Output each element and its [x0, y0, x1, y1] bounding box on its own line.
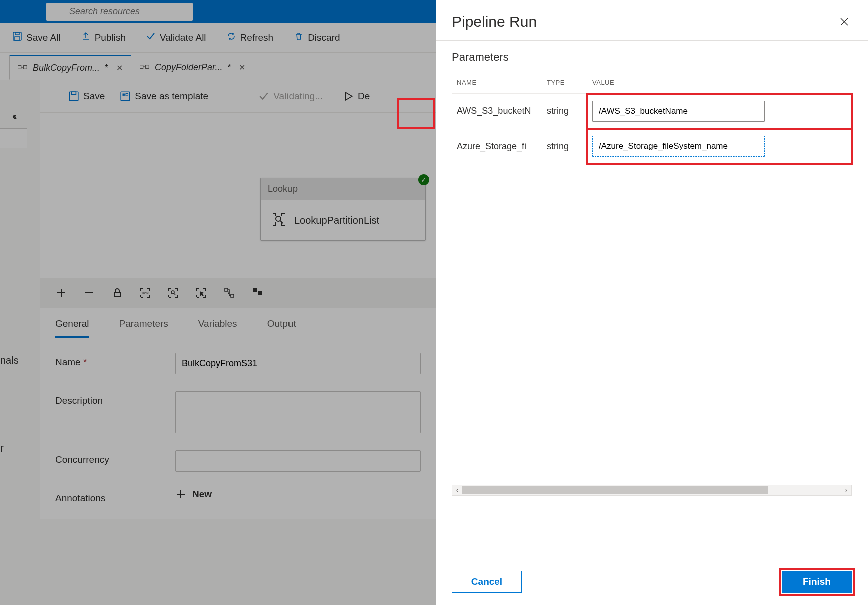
- annotations-label: Annotations: [55, 489, 175, 504]
- svg-rect-5: [18, 65, 21, 69]
- canvas-toolbar: Save Save as template Validating... De: [40, 80, 436, 113]
- finish-button[interactable]: Finish: [782, 571, 852, 593]
- panel-title: Pipeline Run: [452, 13, 537, 30]
- tab-parameters-detail[interactable]: Parameters: [119, 318, 168, 338]
- close-icon[interactable]: ✕: [239, 63, 245, 72]
- add-annotation-button[interactable]: New: [175, 489, 421, 500]
- pipeline-run-panel: Pipeline Run Parameters NAME TYPE VALUE …: [436, 0, 868, 605]
- param-name: Azure_Storage_fi: [452, 129, 542, 164]
- name-input[interactable]: [175, 353, 421, 374]
- refresh-button[interactable]: Refresh: [226, 31, 274, 44]
- svg-rect-11: [69, 92, 78, 101]
- auto-align-icon[interactable]: [223, 287, 235, 299]
- zoom-out-icon[interactable]: [83, 287, 95, 299]
- new-label: New: [192, 489, 212, 500]
- debug-button[interactable]: De: [343, 91, 370, 102]
- svg-rect-29: [258, 291, 262, 295]
- description-input[interactable]: [175, 391, 421, 433]
- save-all-button[interactable]: Save All: [12, 31, 61, 44]
- save-as-template-button[interactable]: Save as template: [120, 91, 208, 102]
- close-icon[interactable]: ✕: [116, 63, 123, 73]
- parameters-table: NAME TYPE VALUE AWS_S3_bucketN string Az…: [452, 73, 852, 164]
- cancel-button[interactable]: Cancel: [452, 571, 522, 593]
- svg-rect-28: [253, 288, 257, 292]
- tab-variables[interactable]: Variables: [198, 318, 237, 338]
- concurrency-input[interactable]: [175, 450, 421, 472]
- svg-rect-3: [15, 32, 19, 35]
- table-row: AWS_S3_bucketN string: [452, 94, 852, 129]
- trash-icon: [294, 31, 304, 44]
- svg-rect-12: [72, 92, 76, 95]
- save-template-label: Save as template: [135, 91, 208, 102]
- param-type: string: [542, 129, 587, 164]
- tab-copyfolder[interactable]: CopyFolderPar... * ✕: [131, 55, 254, 80]
- col-name: NAME: [452, 73, 542, 94]
- check-icon: [146, 31, 156, 44]
- validate-all-label: Validate All: [160, 32, 206, 43]
- svg-text:100%: 100%: [141, 292, 149, 295]
- param-value-input[interactable]: [592, 136, 765, 157]
- minimap-icon[interactable]: [251, 287, 263, 299]
- svg-rect-4: [15, 37, 20, 40]
- close-panel-button[interactable]: [837, 14, 852, 29]
- svg-rect-15: [126, 94, 128, 96]
- scrollbar-thumb[interactable]: [462, 486, 768, 494]
- pipeline-icon: [18, 63, 28, 73]
- main-toolbar: Save All Publish Validate All Refresh Di…: [0, 23, 436, 53]
- discard-label: Discard: [308, 32, 340, 43]
- name-label: Name: [55, 353, 175, 368]
- search-input[interactable]: [46, 3, 193, 21]
- dirty-indicator: *: [227, 62, 231, 73]
- lookup-activity[interactable]: Lookup ✓ LookupPartitionList: [260, 178, 426, 241]
- detail-tabs: General Parameters Variables Output: [40, 308, 436, 338]
- save-icon: [12, 31, 22, 44]
- sidebar-fragment: r: [0, 443, 4, 454]
- collapse-sidebar-button[interactable]: ‹‹: [12, 110, 15, 122]
- tab-general[interactable]: General: [55, 318, 89, 338]
- refresh-icon: [226, 31, 236, 44]
- svg-rect-6: [24, 65, 27, 69]
- zoom-in-icon[interactable]: [55, 287, 67, 299]
- editor-tab-strip: BulkCopyFrom... * ✕ CopyFolderPar... * ✕: [0, 53, 436, 80]
- publish-icon: [81, 31, 91, 44]
- pipeline-icon: [140, 62, 150, 73]
- col-value: VALUE: [587, 73, 852, 94]
- activity-header: Lookup ✓: [261, 178, 425, 200]
- tab-output[interactable]: Output: [267, 318, 296, 338]
- top-search-bar: [0, 0, 436, 23]
- dirty-indicator: *: [105, 63, 108, 73]
- tab-bulkcopy[interactable]: BulkCopyFrom... * ✕: [9, 55, 131, 80]
- svg-rect-27: [231, 294, 234, 297]
- scroll-left-icon[interactable]: ‹: [452, 487, 462, 494]
- svg-rect-14: [123, 94, 125, 96]
- save-button[interactable]: Save: [68, 91, 105, 102]
- canvas-bottom-toolbar: 100%: [40, 278, 436, 308]
- svg-line-25: [174, 293, 175, 295]
- param-value-input[interactable]: [592, 101, 765, 122]
- validating-status: Validating...: [258, 91, 323, 102]
- validate-all-button[interactable]: Validate All: [146, 31, 206, 44]
- details-panel: General Parameters Variables Output Name…: [40, 308, 436, 519]
- horizontal-scrollbar[interactable]: ‹ ›: [452, 485, 852, 496]
- scroll-right-icon[interactable]: ›: [841, 487, 851, 494]
- concurrency-label: Concurrency: [55, 450, 175, 465]
- fit-zoom-icon[interactable]: [167, 287, 179, 299]
- save-label: Save: [83, 91, 105, 102]
- success-badge-icon: ✓: [418, 174, 429, 185]
- zoom-100-icon[interactable]: 100%: [139, 287, 151, 299]
- svg-rect-9: [146, 65, 149, 68]
- publish-button[interactable]: Publish: [81, 31, 126, 44]
- svg-rect-8: [140, 65, 143, 68]
- brand-block: [0, 2, 35, 21]
- col-type: TYPE: [542, 73, 587, 94]
- pipeline-canvas[interactable]: Lookup ✓ LookupPartitionList: [40, 113, 436, 278]
- discard-button[interactable]: Discard: [294, 31, 340, 44]
- sidebar-stub: [0, 128, 27, 148]
- lock-icon[interactable]: [111, 287, 123, 299]
- svg-rect-13: [121, 92, 130, 101]
- select-icon[interactable]: [195, 287, 207, 299]
- svg-rect-22: [114, 292, 120, 297]
- description-label: Description: [55, 391, 175, 406]
- param-name: AWS_S3_bucketN: [452, 94, 542, 129]
- svg-point-17: [276, 216, 281, 221]
